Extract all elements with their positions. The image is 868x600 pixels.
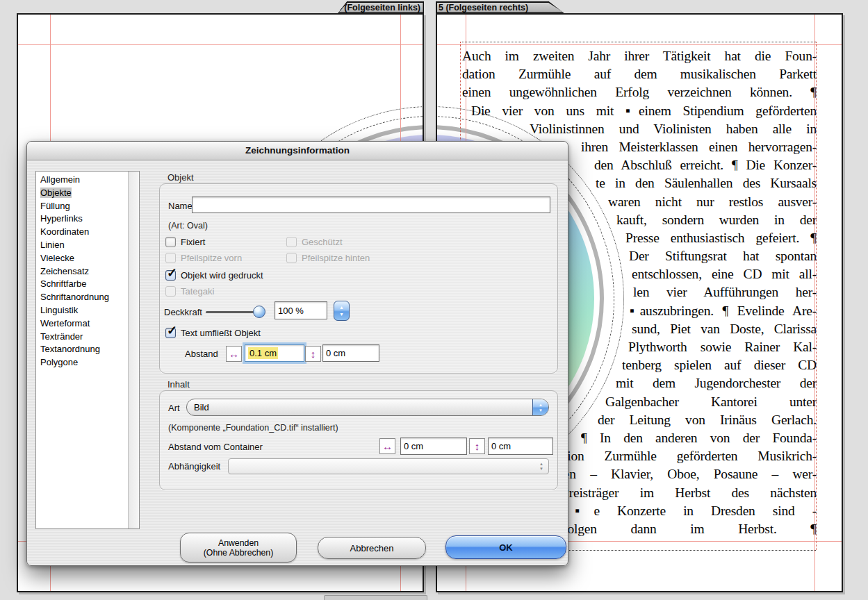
- art-popup-value: Bild: [187, 402, 532, 412]
- deckkraft-stepper[interactable]: ▲ ▼: [334, 301, 350, 321]
- abstand-label: Abstand: [185, 349, 218, 359]
- category-list-item[interactable]: Füllung: [36, 200, 139, 213]
- category-list-item[interactable]: Hyperlinks: [36, 212, 139, 226]
- text-line: entschlossen, eine CD mit all-: [632, 265, 817, 283]
- deckkraft-slider-thumb[interactable]: [253, 306, 265, 318]
- text-umfliesst-label: Text umfließt Objekt: [181, 328, 261, 338]
- tategaki-checkbox: [165, 286, 176, 297]
- ok-button[interactable]: OK: [445, 535, 566, 559]
- category-list-item[interactable]: Textränder: [36, 331, 139, 344]
- zeichnungsinformation-dialog: Zeichnungsinformation AllgemeinObjekteFü…: [26, 141, 568, 566]
- category-list-item[interactable]: Schriftanordnung: [36, 291, 139, 304]
- abhaengigkeit-dropdown[interactable]: ▲▼: [228, 458, 549, 474]
- text-line: te in den Säulenhallen des Kursaals: [596, 174, 817, 192]
- inhalt-group-title: Inhalt: [167, 379, 190, 390]
- text-line: kauft, sondern wurden in der: [616, 211, 817, 229]
- text-line: Plythworth sowie Rainer Kal-: [628, 338, 817, 356]
- text-umfliesst-checkbox[interactable]: [165, 328, 176, 338]
- category-list-item[interactable]: Zeichensatz: [36, 265, 139, 278]
- anwenden-button[interactable]: Anwenden (Ohne Abbrechen): [180, 533, 297, 562]
- text-line: Die vier von uns mit ▪einem Stipendium g…: [471, 102, 817, 120]
- popup-arrows-icon: ▲▼: [532, 399, 548, 415]
- text-line: sund, Piet van Doste, Clarissa: [632, 320, 817, 338]
- list-scrollbar-track[interactable]: [128, 172, 139, 528]
- abbrechen-button[interactable]: Abbrechen: [318, 537, 426, 559]
- abbrechen-label: Abbrechen: [350, 543, 394, 553]
- objekt-wird-gedruckt-label: Objekt wird gedruckt: [181, 270, 263, 281]
- objekt-groupbox: Name (Art: Oval) Fixiert Geschützt Pfeil…: [159, 183, 558, 374]
- fixiert-label: Fixiert: [181, 237, 205, 247]
- text-line: ihren Meisterklassen einen hervorragen-: [581, 138, 817, 156]
- abhaengigkeit-label: Abhängigkeit: [168, 461, 220, 472]
- category-list-item[interactable]: Linguistik: [36, 304, 139, 317]
- container-vertical-field[interactable]: 0 cm: [488, 438, 553, 455]
- application-window: Auch im zweiten Jahr ihrer Tätigkeit hat…: [0, 0, 868, 600]
- guide-line: [18, 44, 423, 45]
- komponente-note: (Komponente „Foundation_CD.tif“ installi…: [168, 423, 338, 433]
- horizontal-arrow-icon: ↔: [226, 346, 242, 362]
- category-list-item[interactable]: Koordinaten: [36, 226, 139, 239]
- text-line: Presse enthusiastisch gefeiert. ¶: [625, 229, 817, 247]
- tab-page-5-label: 5 (Folgeseiten rechts): [439, 3, 528, 12]
- text-line: ¶ In den anderen von der Founda-: [581, 429, 817, 447]
- category-list-item[interactable]: Vielecke: [36, 252, 139, 265]
- tab-next-page-stub[interactable]: [324, 595, 427, 600]
- text-line: Der Stiftungsrat hat spontan: [629, 247, 817, 265]
- art-popup[interactable]: Bild ▲▼: [186, 399, 549, 416]
- abstand-vertical-field[interactable]: 0 cm: [322, 344, 379, 362]
- category-list-item[interactable]: Textanordnung: [36, 343, 139, 356]
- pfeilspitze-hinten-checkbox: [286, 253, 297, 263]
- deckkraft-label: Deckkraft: [164, 307, 202, 317]
- geschuetzt-label: Geschützt: [302, 237, 343, 247]
- fixiert-checkbox[interactable]: [165, 237, 176, 247]
- text-line: len vier Aufführungen her-: [633, 283, 817, 301]
- guide-line: [437, 44, 842, 45]
- objekt-group-title: Objekt: [167, 172, 194, 183]
- anwenden-label-line2: (Ohne Abbrechen): [204, 548, 274, 558]
- pfeilspitze-vorn-label: Pfeilspitze vorn: [181, 253, 242, 263]
- text-line: einen ungewöhnlichen Erfolg verzeichnen …: [462, 83, 817, 101]
- pfeilspitze-hinten-label: Pfeilspitze hinten: [302, 253, 370, 263]
- tab-page-4-label: 4 (Folgeseiten links): [337, 3, 420, 12]
- vertical-arrow-icon: ↕: [305, 346, 321, 362]
- text-line: tungen – Klavier, Oboe, Posaune – wer-: [540, 465, 817, 483]
- vertical-arrow-icon: ↕: [469, 438, 485, 454]
- pfeilspitze-vorn-checkbox: [165, 253, 176, 263]
- horizontal-arrow-icon: ↔: [379, 438, 395, 454]
- dropdown-arrows-icon: ▲▼: [537, 462, 548, 471]
- abstand-horizontal-field[interactable]: 0.1 cm: [245, 344, 304, 362]
- deckkraft-value-field[interactable]: 100 %: [275, 301, 327, 319]
- ok-label: OK: [499, 542, 513, 553]
- selected-text: 0.1 cm: [248, 347, 278, 359]
- anwenden-label-line1: Anwenden: [218, 538, 259, 548]
- tab-page-4[interactable]: 4 (Folgeseiten links): [338, 1, 424, 13]
- category-list-item[interactable]: Schriftfarbe: [36, 278, 139, 291]
- category-list-item[interactable]: Objekte: [36, 187, 139, 200]
- category-list-item[interactable]: Allgemein: [36, 174, 139, 187]
- text-line: tion Zurmühle geförderten Musikrich-: [564, 447, 817, 465]
- abstand-vom-container-label: Abstand vom Container: [168, 442, 263, 452]
- dialog-title: Zeichnungsinformation: [27, 142, 568, 160]
- container-horizontal-field[interactable]: 0 cm: [400, 438, 467, 455]
- text-line: ▪auszubringen. ¶ Evelinde Are-: [630, 302, 817, 320]
- dialog-category-list: AllgemeinObjekteFüllungHyperlinksKoordin…: [35, 171, 140, 529]
- art-note: (Art: Oval): [168, 221, 208, 231]
- objekt-wird-gedruckt-checkbox[interactable]: [165, 270, 176, 281]
- name-label: Name: [168, 201, 193, 211]
- category-list-item[interactable]: Polygone: [36, 356, 139, 369]
- text-line: den Abschluß erreicht. ¶ Die Konzer-: [594, 156, 817, 174]
- deckkraft-slider-track[interactable]: [206, 311, 260, 313]
- stepper-up-icon: ▲: [339, 305, 344, 310]
- tategaki-label: Tategaki: [181, 286, 214, 297]
- text-line: Auch im zweiten Jahr ihrer Tätigkeit hat…: [462, 47, 817, 65]
- art-label: Art: [168, 403, 180, 413]
- category-list-item[interactable]: Werteformat: [36, 317, 139, 331]
- text-line: waren nicht nur restlos ausver-: [608, 193, 817, 211]
- category-list-item[interactable]: Linien: [36, 239, 139, 252]
- stepper-down-icon: ▼: [339, 312, 344, 317]
- name-input[interactable]: [192, 197, 550, 213]
- geschuetzt-checkbox: [286, 237, 297, 247]
- tab-page-5[interactable]: 5 (Folgeseiten rechts): [436, 1, 564, 13]
- text-line: dation Zurmühle auf dem musikalischen Pa…: [462, 65, 817, 83]
- text-frame-top-border: [462, 42, 816, 42]
